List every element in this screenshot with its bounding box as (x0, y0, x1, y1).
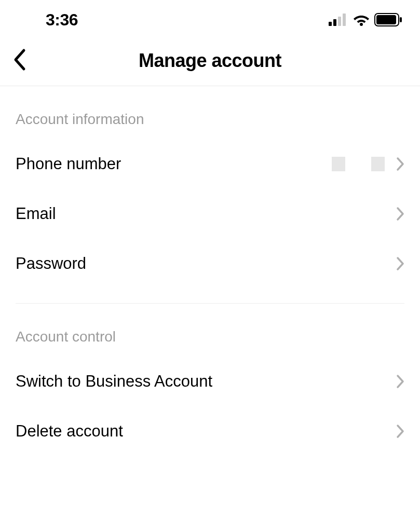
row-right (396, 374, 404, 389)
chevron-right-icon (396, 424, 404, 439)
row-label-email: Email (16, 204, 56, 223)
nav-header: Manage account (0, 35, 420, 86)
svg-point-4 (360, 23, 363, 26)
chevron-right-icon (396, 157, 404, 171)
chevron-right-icon (396, 207, 404, 221)
svg-rect-7 (400, 17, 402, 22)
wifi-icon (353, 13, 370, 26)
status-time: 3:36 (46, 10, 78, 30)
row-switch-business-account[interactable]: Switch to Business Account (16, 357, 404, 406)
svg-rect-3 (343, 13, 346, 26)
row-email[interactable]: Email (16, 189, 404, 239)
row-right (396, 256, 404, 271)
row-label-password: Password (16, 254, 86, 273)
svg-rect-2 (338, 17, 341, 26)
row-delete-account[interactable]: Delete account (16, 406, 404, 456)
section-account-information: Account information Phone number Email P… (0, 86, 420, 304)
row-phone-number[interactable]: Phone number (16, 139, 404, 189)
back-button[interactable] (12, 48, 28, 73)
row-label-switch-business: Switch to Business Account (16, 372, 212, 391)
redact-block (371, 157, 385, 171)
redacted-value (332, 157, 385, 171)
status-icons (329, 13, 402, 26)
cellular-signal-icon (329, 13, 348, 26)
section-header-account-information: Account information (16, 86, 404, 139)
chevron-right-icon (396, 256, 404, 271)
chevron-right-icon (396, 374, 404, 389)
section-header-account-control: Account control (16, 304, 404, 357)
row-label-delete-account: Delete account (16, 422, 123, 441)
row-right (332, 157, 404, 171)
status-bar: 3:36 (0, 0, 420, 35)
row-right (396, 424, 404, 439)
redact-block (332, 157, 345, 171)
row-password[interactable]: Password (16, 239, 404, 289)
svg-rect-0 (329, 22, 332, 26)
row-label-phone-number: Phone number (16, 155, 121, 173)
page-title: Manage account (139, 50, 281, 72)
chevron-left-icon (12, 48, 28, 71)
row-right (396, 207, 404, 221)
svg-rect-1 (333, 19, 336, 26)
section-account-control: Account control Switch to Business Accou… (0, 304, 420, 456)
battery-icon (374, 13, 402, 26)
svg-rect-6 (376, 15, 396, 24)
